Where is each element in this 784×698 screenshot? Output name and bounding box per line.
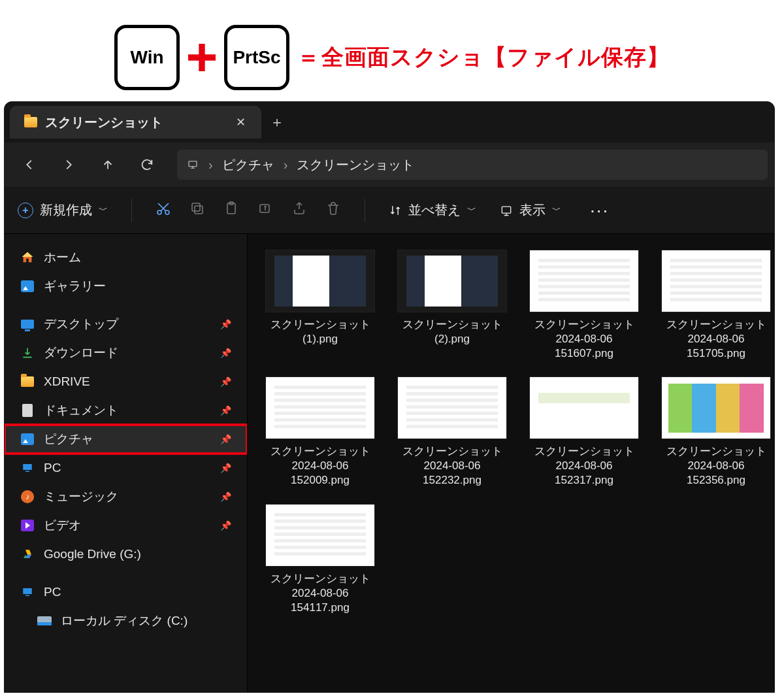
- sidebar-item-label: ミュージック: [44, 488, 118, 505]
- file-thumbnail: [397, 250, 507, 312]
- sidebar-item-pictures[interactable]: ピクチャ 📌: [5, 425, 247, 454]
- file-content-area[interactable]: スクリーンショット (1).png スクリーンショット (2).png スクリー…: [248, 234, 774, 692]
- share-button[interactable]: [291, 201, 307, 220]
- new-tab-button[interactable]: ＋: [261, 102, 293, 142]
- sidebar: ホーム ギャラリー デスクトップ 📌 ダウンロード 📌 XDRIVE 📌: [5, 234, 248, 692]
- pc-icon: [20, 586, 35, 599]
- file-thumbnail: [661, 376, 771, 439]
- sidebar-item-label: ホーム: [44, 249, 81, 266]
- explorer-main: ホーム ギャラリー デスクトップ 📌 ダウンロード 📌 XDRIVE 📌: [5, 234, 774, 692]
- file-thumbnail: [529, 376, 639, 439]
- file-grid: スクリーンショット (1).png スクリーンショット (2).png スクリー…: [259, 250, 762, 615]
- refresh-button[interactable]: [129, 150, 165, 180]
- file-thumbnail: [661, 250, 771, 312]
- svg-rect-0: [189, 161, 197, 167]
- sidebar-item-xdrive[interactable]: XDRIVE 📌: [5, 367, 247, 396]
- sidebar-item-local-disk[interactable]: ローカル ディスク (C:): [5, 607, 247, 635]
- pin-icon: 📌: [220, 405, 231, 416]
- sidebar-item-label: ローカル ディスク (C:): [61, 612, 188, 629]
- rename-button[interactable]: [257, 201, 273, 220]
- close-tab-button[interactable]: ✕: [233, 112, 248, 132]
- back-button[interactable]: [11, 150, 48, 180]
- file-item[interactable]: スクリーンショット 2024-08-06 151607.png: [523, 250, 645, 361]
- sort-label: 並べ替え: [408, 201, 461, 219]
- folder-icon: [21, 376, 34, 387]
- sidebar-item-video[interactable]: ビデオ 📌: [5, 511, 247, 540]
- pin-icon: 📌: [220, 491, 231, 502]
- forward-button[interactable]: [50, 150, 87, 180]
- divider: [365, 199, 365, 222]
- sidebar-item-pc2[interactable]: PC: [5, 578, 247, 607]
- crumb-screenshots[interactable]: スクリーンショット: [297, 156, 414, 174]
- sidebar-item-gallery[interactable]: ギャラリー: [5, 272, 247, 301]
- svg-rect-9: [23, 464, 32, 470]
- sidebar-item-label: XDRIVE: [44, 374, 90, 389]
- sort-button[interactable]: 並べ替え ﹀: [389, 201, 476, 219]
- svg-rect-3: [195, 206, 203, 214]
- view-button[interactable]: 表示 ﹀: [500, 201, 561, 219]
- file-item[interactable]: スクリーンショット 2024-08-06 152009.png: [259, 376, 381, 488]
- file-name: スクリーンショット 2024-08-06 152317.png: [534, 444, 634, 488]
- sidebar-item-documents[interactable]: ドキュメント 📌: [5, 396, 247, 425]
- sidebar-item-desktop[interactable]: デスクトップ 📌: [5, 310, 247, 339]
- monitor-icon: [186, 159, 199, 170]
- svg-rect-10: [23, 588, 32, 594]
- file-item[interactable]: スクリーンショット (2).png: [391, 250, 513, 361]
- file-name: スクリーンショット 2024-08-06 152356.png: [666, 444, 766, 488]
- sidebar-item-pc[interactable]: PC 📌: [5, 454, 247, 482]
- file-thumbnail: [397, 376, 507, 439]
- breadcrumb[interactable]: › ピクチャ › スクリーンショット: [177, 150, 768, 180]
- file-item[interactable]: スクリーンショット (1).png: [259, 250, 381, 361]
- file-name: スクリーンショット 2024-08-06 154117.png: [270, 572, 370, 615]
- chevron-right-icon: ›: [284, 158, 288, 173]
- file-explorer-window: スクリーンショット ✕ ＋ › ピクチャ › スクリーンショット + 新規作成 …: [4, 101, 775, 693]
- gallery-icon: [21, 280, 34, 292]
- delete-button[interactable]: [325, 201, 341, 220]
- shortcut-description: ＝全画面スクショ【ファイル保存】: [297, 42, 670, 73]
- pin-icon: 📌: [220, 520, 231, 531]
- file-item[interactable]: スクリーンショット 2024-08-06 152356.png: [655, 376, 774, 488]
- file-thumbnail: [265, 376, 375, 439]
- keycap-prtsc: PrtSc: [224, 25, 289, 90]
- svg-rect-7: [260, 205, 269, 212]
- new-button[interactable]: + 新規作成 ﹀: [18, 201, 108, 219]
- sidebar-item-label: ピクチャ: [44, 431, 93, 448]
- sidebar-item-downloads[interactable]: ダウンロード 📌: [5, 339, 247, 367]
- file-name: スクリーンショット 2024-08-06 152009.png: [270, 444, 370, 488]
- pin-icon: 📌: [220, 348, 231, 358]
- sidebar-item-label: ドキュメント: [44, 402, 118, 419]
- navbar: › ピクチャ › スクリーンショット: [5, 142, 774, 187]
- video-icon: [21, 520, 34, 531]
- sidebar-item-label: ギャラリー: [44, 278, 106, 295]
- sidebar-item-music[interactable]: ♪ ミュージック 📌: [5, 482, 247, 511]
- pin-icon: 📌: [220, 319, 231, 329]
- pin-icon: 📌: [220, 434, 231, 444]
- svg-rect-8: [502, 207, 510, 213]
- file-item[interactable]: スクリーンショット 2024-08-06 151705.png: [655, 250, 774, 361]
- sidebar-item-home[interactable]: ホーム: [5, 243, 247, 272]
- sidebar-item-label: Google Drive (G:): [44, 547, 141, 561]
- view-icon: [500, 204, 513, 217]
- paste-button[interactable]: [223, 201, 239, 220]
- file-item[interactable]: スクリーンショット 2024-08-06 154117.png: [259, 504, 381, 615]
- music-icon: ♪: [21, 490, 34, 503]
- more-button[interactable]: ···: [585, 200, 614, 221]
- file-thumbnail: [265, 504, 375, 567]
- file-item[interactable]: スクリーンショット 2024-08-06 152232.png: [391, 376, 513, 488]
- file-thumbnail: [265, 250, 375, 312]
- file-name: スクリーンショット 2024-08-06 151705.png: [666, 318, 766, 361]
- sidebar-item-gdrive[interactable]: Google Drive (G:): [5, 540, 247, 569]
- copy-button[interactable]: [189, 201, 205, 220]
- pc-icon: [20, 461, 35, 474]
- plus-circle-icon: +: [18, 203, 33, 218]
- gdrive-icon: [20, 548, 35, 561]
- up-button[interactable]: [90, 150, 126, 180]
- file-name: スクリーンショット (2).png: [402, 318, 502, 346]
- sidebar-item-label: PC: [44, 461, 61, 475]
- cut-button[interactable]: [155, 201, 171, 220]
- crumb-pictures[interactable]: ピクチャ: [222, 156, 274, 174]
- sidebar-item-label: ビデオ: [44, 517, 81, 534]
- file-item[interactable]: スクリーンショット 2024-08-06 152317.png: [523, 376, 645, 488]
- home-icon: [20, 251, 35, 264]
- window-tab[interactable]: スクリーンショット ✕: [10, 106, 261, 139]
